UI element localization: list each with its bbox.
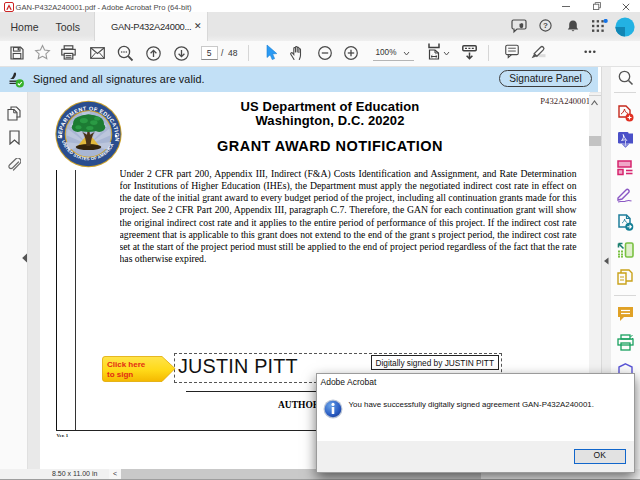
svg-text:Click here: Click here bbox=[107, 360, 146, 369]
svg-text:?: ? bbox=[543, 21, 548, 30]
svg-text:to sign: to sign bbox=[107, 370, 133, 379]
